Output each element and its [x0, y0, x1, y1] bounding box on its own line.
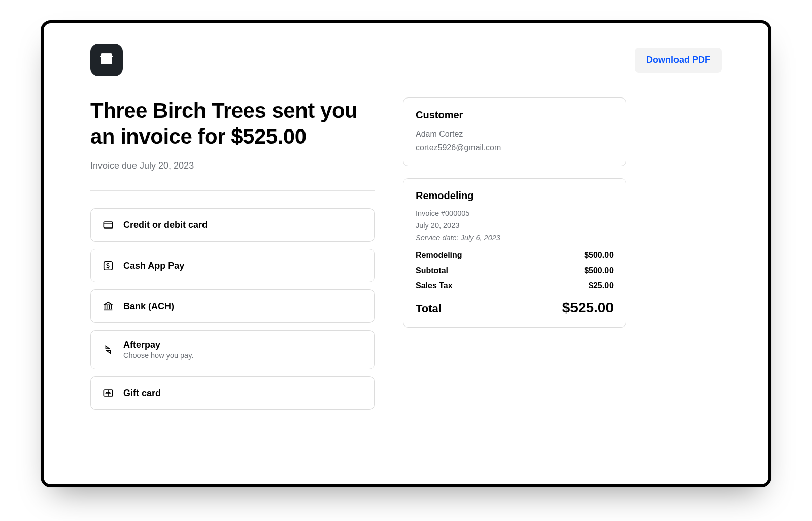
payment-option-giftcard[interactable]: Gift card: [90, 376, 375, 410]
gift-card-icon: [102, 387, 114, 399]
line-item-label: Remodeling: [416, 251, 462, 260]
afterpay-icon: [102, 344, 114, 356]
merchant-logo: [90, 44, 123, 76]
total-value: $525.00: [562, 300, 614, 316]
line-item-row: Remodeling $500.00: [416, 251, 614, 260]
total-row: Total $525.00: [416, 300, 614, 316]
invoice-number: Invoice #000005: [416, 208, 614, 219]
payment-option-label: Afterpay: [123, 340, 193, 350]
total-label: Total: [416, 302, 442, 315]
bank-icon: [102, 300, 114, 312]
subtotal-row: Subtotal $500.00: [416, 266, 614, 275]
payment-option-card[interactable]: Credit or debit card: [90, 208, 375, 242]
customer-email: cortez5926@gmail.com: [416, 141, 614, 154]
divider: [90, 190, 375, 191]
customer-name: Adam Cortez: [416, 127, 614, 141]
payment-option-sublabel: Choose how you pay.: [123, 351, 193, 360]
tax-label: Sales Tax: [416, 281, 453, 290]
invoice-due: Invoice due July 20, 2023: [90, 160, 375, 171]
tax-value: $25.00: [589, 281, 614, 290]
payment-option-label: Credit or debit card: [123, 220, 208, 231]
invoice-summary-panel: Remodeling Invoice #000005 July 20, 2023…: [403, 178, 626, 327]
cashapp-icon: [102, 259, 114, 272]
payment-option-afterpay[interactable]: Afterpay Choose how you pay.: [90, 330, 375, 369]
line-item-value: $500.00: [584, 251, 614, 260]
payment-column: Three Birch Trees sent you an invoice fo…: [90, 97, 375, 417]
payment-option-label: Cash App Pay: [123, 260, 184, 271]
tax-row: Sales Tax $25.00: [416, 281, 614, 290]
credit-card-icon: [102, 219, 114, 231]
header: Download PDF: [90, 44, 722, 76]
invoice-date: July 20, 2023: [416, 220, 614, 232]
summary-heading: Remodeling: [416, 190, 614, 202]
storefront-icon: [98, 51, 115, 69]
subtotal-label: Subtotal: [416, 266, 448, 275]
svg-rect-0: [101, 58, 112, 64]
payment-option-label: Gift card: [123, 388, 161, 399]
subtotal-value: $500.00: [584, 266, 614, 275]
service-date: Service date: July 6, 2023: [416, 234, 614, 242]
payment-option-bank[interactable]: Bank (ACH): [90, 289, 375, 323]
payment-option-cashapp[interactable]: Cash App Pay: [90, 249, 375, 282]
content-columns: Three Birch Trees sent you an invoice fo…: [90, 97, 722, 417]
customer-heading: Customer: [416, 109, 614, 121]
invoice-title: Three Birch Trees sent you an invoice fo…: [90, 97, 375, 149]
invoice-page: Download PDF Three Birch Trees sent you …: [41, 20, 771, 487]
summary-column: Customer Adam Cortez cortez5926@gmail.co…: [403, 97, 626, 340]
svg-rect-1: [104, 222, 112, 229]
payment-option-label: Bank (ACH): [123, 301, 174, 312]
download-pdf-button[interactable]: Download PDF: [635, 48, 722, 73]
customer-panel: Customer Adam Cortez cortez5926@gmail.co…: [403, 97, 626, 166]
